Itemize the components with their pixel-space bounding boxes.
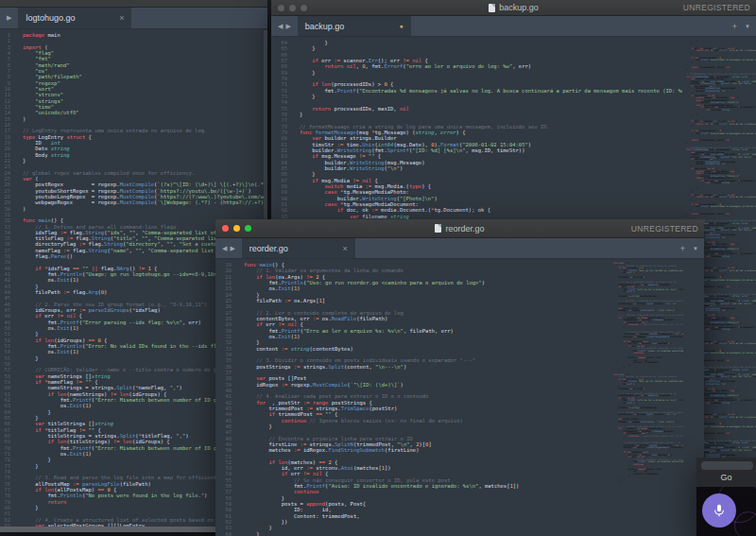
code-lines: func main() { // 1. Validar os argumento… [236, 260, 610, 536]
minimap[interactable]: func main() { // 1. Validar os argumento… [610, 260, 683, 536]
code-line: webpageRegex = regexp.MustCompile(`\[Web… [23, 199, 267, 205]
tab-reorder[interactable]: reorder.go × [242, 238, 355, 258]
microphone-button[interactable] [702, 493, 736, 527]
tab-label: backup.go [305, 22, 345, 31]
back-icon[interactable]: ◀ [278, 23, 283, 30]
back-icon[interactable]: ◀ [222, 245, 227, 252]
new-tab-icon[interactable]: + [680, 244, 685, 253]
window-reorder: reorder.go UNREGISTERED ◀ ▶ reorder.go ×… [215, 219, 704, 536]
assistant-voice-area [696, 487, 756, 536]
code-line: var filename string [300, 214, 682, 219]
code-line: fmt.Printf("Encontradas %d mensagens já … [300, 88, 682, 94]
forward-icon[interactable]: ▶ [285, 23, 290, 30]
line-number-gutter: 1920212223242526272829303132333435363738… [215, 260, 236, 536]
tab-label: reorder.go [249, 244, 288, 253]
tab-backup[interactable]: backup.go ● [298, 16, 411, 36]
assistant-panel: Go [696, 458, 756, 536]
window-title-bar[interactable] [0, 0, 267, 8]
document-icon [489, 4, 495, 12]
tab-bar: ◀ ▶ backup.go ● + ▼ [271, 16, 756, 37]
overflow-menu-icon[interactable]: ▼ [745, 24, 750, 29]
tab-label: logtohugo.go [26, 13, 75, 23]
close-icon[interactable]: × [119, 13, 124, 23]
unregistered-badge: UNREGISTERED [631, 224, 698, 233]
forward-icon[interactable]: ▶ [7, 14, 11, 22]
forward-icon[interactable]: ▶ [230, 245, 234, 252]
modified-dot-icon[interactable]: ● [400, 23, 404, 29]
code-line: } [244, 531, 610, 536]
new-tab-icon[interactable]: + [732, 22, 737, 31]
close-icon[interactable]: × [343, 244, 348, 253]
window-title-bar[interactable]: backup.go UNREGISTERED [271, 0, 756, 16]
tab-bar: ▶ logtohugo.go × [0, 8, 267, 29]
tab-logtohugo[interactable]: logtohugo.go × [18, 8, 131, 28]
decorative-swirl [734, 511, 756, 536]
tab-bar: ◀ ▶ reorder.go × + ▼ [215, 238, 704, 259]
microphone-icon [712, 503, 727, 518]
assistant-toolbar: Go [696, 458, 756, 487]
go-button[interactable]: Go [696, 473, 756, 482]
assistant-input[interactable] [701, 461, 753, 470]
unregistered-badge: UNREGISTERED [683, 3, 750, 12]
document-icon [435, 224, 441, 233]
overflow-menu-icon[interactable]: ▼ [693, 246, 698, 251]
line-number-gutter: 1234567891011121314151617181920212223242… [0, 30, 15, 527]
window-title-bar[interactable]: reorder.go UNREGISTERED [215, 219, 704, 238]
